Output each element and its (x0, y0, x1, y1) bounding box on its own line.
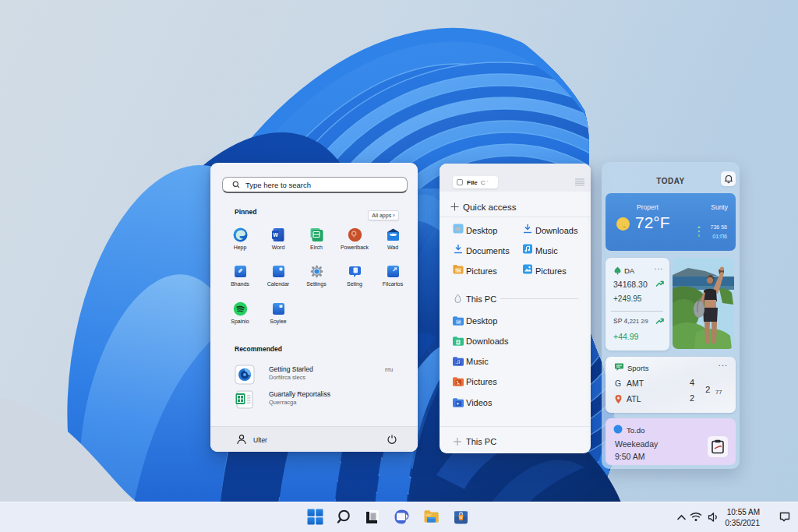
svg-text:W: W (273, 232, 278, 238)
svg-text:U: U (460, 515, 463, 520)
